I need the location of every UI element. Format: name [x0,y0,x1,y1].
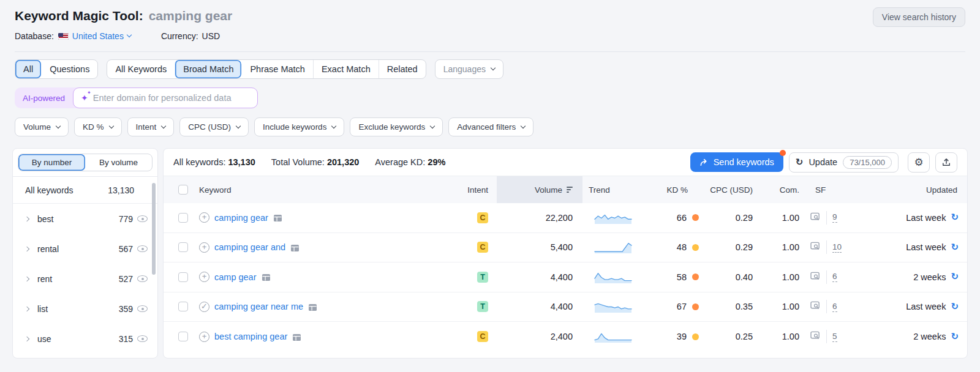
sf-count[interactable]: 10 [832,242,842,253]
cpc-filter[interactable]: CPC (USD) [179,117,249,136]
eye-icon[interactable] [137,245,148,252]
select-all-checkbox[interactable] [178,185,188,195]
com-value: 1.00 [759,302,802,311]
cpc-value: 0.25 [703,332,759,341]
intent-badge[interactable]: C [477,331,488,342]
added-keyword-icon[interactable]: ✓ [199,302,209,312]
tab-questions[interactable]: Questions [41,60,97,78]
refresh-icon[interactable]: ↻ [951,332,959,341]
stat-label: All keywords: [173,157,225,167]
col-cpc[interactable]: CPC (USD) [703,185,759,195]
view-search-history-button[interactable]: View search history [873,7,965,27]
send-keywords-button[interactable]: Send keywords [690,152,783,172]
volume-value: 4,400 [497,302,582,311]
serp-preview-icon[interactable] [810,242,821,253]
sidebar-item-list[interactable]: list 359 [13,294,157,324]
row-checkbox[interactable] [178,302,188,311]
all-questions-group: All Questions [15,59,98,79]
eye-icon[interactable] [137,275,148,282]
eye-icon[interactable] [137,215,148,222]
database-selector[interactable]: United States [58,31,131,41]
intent-filter[interactable]: Intent [127,117,175,136]
col-updated[interactable]: Updated [870,185,967,195]
serp-features-icon[interactable] [262,273,271,281]
divider [826,300,827,313]
sort-by-volume-toggle[interactable]: By volume [85,154,152,171]
updated-value: 2 weeks [913,332,946,341]
keyword-link[interactable]: best camping gear [214,332,287,341]
exclude-keywords-filter[interactable]: Exclude keywords [350,117,443,136]
sf-count[interactable]: 6 [832,302,837,312]
col-trend[interactable]: Trend [582,185,644,195]
keyword-link[interactable]: camping gear [214,213,268,223]
serp-features-icon[interactable] [273,214,282,222]
keyword-link[interactable]: camping gear and [214,242,285,252]
intent-badge[interactable]: T [477,272,488,283]
serp-preview-icon[interactable] [810,301,821,312]
add-keyword-icon[interactable]: + [199,332,209,342]
tab-all[interactable]: All [15,60,41,78]
sidebar-item-best[interactable]: best 779 [13,204,157,234]
col-volume[interactable]: Volume [497,176,582,203]
keyword-link[interactable]: camp gear [214,272,257,282]
update-button[interactable]: ↻ Update 73/15,000 [789,152,899,173]
intent-badge[interactable]: C [477,242,488,253]
serp-features-icon[interactable] [290,244,300,252]
sidebar-item-rental[interactable]: rental 567 [13,234,157,264]
sf-count[interactable]: 5 [832,332,837,342]
col-keyword[interactable]: Keyword [192,185,448,195]
add-keyword-icon[interactable]: + [199,242,209,253]
row-checkbox[interactable] [178,213,188,223]
sidebar-sort-toggle: By number By volume [18,154,153,171]
settings-button[interactable]: ⚙ [908,152,930,173]
sf-count[interactable]: 9 [832,212,837,223]
sidebar-all-keywords-row[interactable]: All keywords 13,130 [13,177,157,204]
add-keyword-icon[interactable]: + [199,272,209,282]
sort-by-number-toggle[interactable]: By number [18,154,85,171]
refresh-icon[interactable]: ↻ [951,213,959,222]
domain-input[interactable] [93,93,240,103]
tab-all-keywords[interactable]: All Keywords [107,60,175,78]
tab-exact-match[interactable]: Exact Match [313,60,379,78]
stat-value: 29% [428,157,445,167]
refresh-icon[interactable]: ↻ [951,272,959,281]
col-kd[interactable]: KD % [644,185,703,195]
sidebar-item-rent[interactable]: rent 527 [13,264,157,294]
row-checkbox[interactable] [178,242,188,252]
serp-preview-icon[interactable] [810,272,821,283]
sf-count[interactable]: 6 [832,272,837,282]
row-checkbox[interactable] [178,332,188,341]
include-keywords-filter[interactable]: Include keywords [254,117,344,136]
refresh-icon[interactable]: ↻ [951,302,959,311]
tab-related[interactable]: Related [379,60,426,78]
eye-icon[interactable] [137,335,148,342]
refresh-icon[interactable]: ↻ [951,243,959,252]
tab-phrase-match[interactable]: Phrase Match [241,60,312,78]
domain-input-box[interactable]: ✦✦ [73,87,258,108]
languages-dropdown[interactable]: Languages [435,59,503,79]
add-keyword-icon[interactable]: + [199,212,209,223]
intent-badge[interactable]: T [477,301,488,312]
row-checkbox[interactable] [178,272,188,282]
tab-broad-match[interactable]: Broad Match [175,60,241,78]
advanced-filters[interactable]: Advanced filters [448,117,533,136]
send-keywords-label: Send keywords [714,157,774,167]
keyword-link[interactable]: camping gear near me [214,302,303,311]
serp-preview-icon[interactable] [810,331,821,342]
sidebar-scrollbar[interactable] [152,183,156,275]
serp-preview-icon[interactable] [810,212,821,223]
sidebar-item-use[interactable]: use 315 [13,324,157,354]
kd-filter[interactable]: KD % [74,117,122,136]
col-sf[interactable]: SF [802,185,870,195]
serp-features-icon[interactable] [292,333,301,341]
col-intent[interactable]: Intent [448,185,497,195]
col-com[interactable]: Com. [759,185,802,195]
serp-features-icon[interactable] [308,303,317,311]
intent-badge[interactable]: C [477,212,488,223]
database-value: United States [72,31,124,41]
stat-label: Average KD: [375,157,425,167]
volume-filter[interactable]: Volume [15,117,69,136]
eye-icon[interactable] [137,305,148,312]
all-keywords-label: All keywords [25,185,74,195]
export-button[interactable] [935,152,957,173]
